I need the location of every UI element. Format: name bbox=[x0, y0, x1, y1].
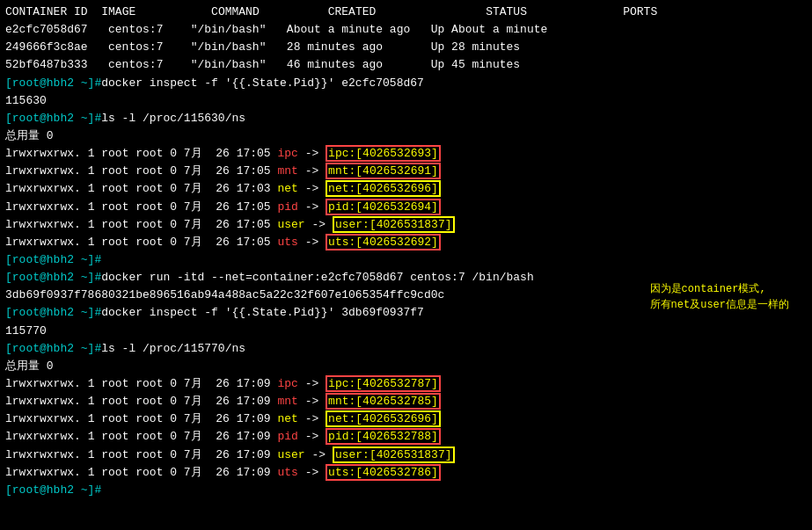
table-row: 249666f3c8ae centos:7 "/bin/bash" 28 min… bbox=[5, 39, 807, 56]
ns-target: mnt:[4026532691] bbox=[326, 163, 441, 179]
ns-target: ipc:[4026532787] bbox=[326, 375, 441, 392]
ns-line: lrwxrwxrwx. 1 root root 0 7月 26 17:05 ut… bbox=[5, 234, 807, 251]
ns-line: lrwxrwxrwx. 1 root root 0 7月 26 17:05 us… bbox=[5, 216, 807, 234]
ns-line: lrwxrwxrwx. 1 root root 0 7月 26 17:05 pi… bbox=[5, 199, 807, 216]
table-header: CONTAINER ID IMAGE COMMAND CREATED STATU… bbox=[5, 4, 807, 21]
output-line: 总用量 0 bbox=[5, 358, 807, 375]
ns-line: lrwxrwxrwx. 1 root root 0 7月 26 17:05 mn… bbox=[5, 163, 807, 180]
ns-target: uts:[4026532692] bbox=[326, 234, 441, 250]
command-line: [root@hbh2 ~]#docker inspect -f '{{.Stat… bbox=[5, 75, 807, 92]
ns-target: pid:[4026532788] bbox=[326, 428, 441, 445]
ns-target: net:[4026532696] bbox=[326, 410, 441, 427]
ns-line: lrwxrwxrwx. 1 root root 0 7月 26 17:09 ne… bbox=[5, 410, 807, 428]
ns-target: user:[4026531837] bbox=[333, 447, 455, 463]
ns-line: lrwxrwxrwx. 1 root root 0 7月 26 17:09 us… bbox=[5, 447, 807, 464]
table-row: 52bf6487b333 centos:7 "/bin/bash" 46 min… bbox=[5, 56, 807, 74]
command-line: [root@hbh2 ~]#ls -l /proc/115630/ns bbox=[5, 110, 807, 127]
output-line: 115770 bbox=[5, 323, 807, 340]
ns-line: lrwxrwxrwx. 1 root root 0 7月 26 17:05 ip… bbox=[5, 145, 807, 163]
ns-target: net:[4026532696] bbox=[326, 180, 441, 197]
ns-line: lrwxrwxrwx. 1 root root 0 7月 26 17:09 pi… bbox=[5, 428, 807, 446]
ns-target: pid:[4026532694] bbox=[326, 199, 441, 215]
ns-line: lrwxrwxrwx. 1 root root 0 7月 26 17:09 ip… bbox=[5, 375, 807, 393]
annotation-line1: 因为是container模式, bbox=[650, 283, 766, 295]
prompt-line: [root@hbh2 ~]# bbox=[5, 251, 807, 269]
table-row: e2cfc7058d67 centos:7 "/bin/bash" About … bbox=[5, 21, 807, 39]
ns-line: lrwxrwxrwx. 1 root root 0 7月 26 17:09 mn… bbox=[5, 393, 807, 410]
annotation-box: 因为是container模式, 所有net及user信息是一样的 bbox=[650, 281, 789, 313]
annotation-line2: 所有net及user信息是一样的 bbox=[650, 299, 789, 311]
terminal-container: CONTAINER ID IMAGE COMMAND CREATED STATU… bbox=[5, 4, 807, 499]
ns-target: ipc:[4026532693] bbox=[326, 145, 441, 162]
ns-line: lrwxrwxrwx. 1 root root 0 7月 26 17:09 ut… bbox=[5, 464, 807, 482]
terminal-output: CONTAINER ID IMAGE COMMAND CREATED STATU… bbox=[5, 4, 807, 499]
prompt-line: [root@hbh2 ~]# bbox=[5, 482, 807, 499]
output-line: 总用量 0 bbox=[5, 127, 807, 145]
output-line: 115630 bbox=[5, 92, 807, 110]
ns-target: mnt:[4026532785] bbox=[326, 393, 441, 410]
ns-line: lrwxrwxrwx. 1 root root 0 7月 26 17:03 ne… bbox=[5, 180, 807, 198]
ns-target: user:[4026531837] bbox=[333, 216, 455, 233]
ns-target: uts:[4026532786] bbox=[326, 464, 441, 481]
command-line: [root@hbh2 ~]#ls -l /proc/115770/ns bbox=[5, 340, 807, 358]
